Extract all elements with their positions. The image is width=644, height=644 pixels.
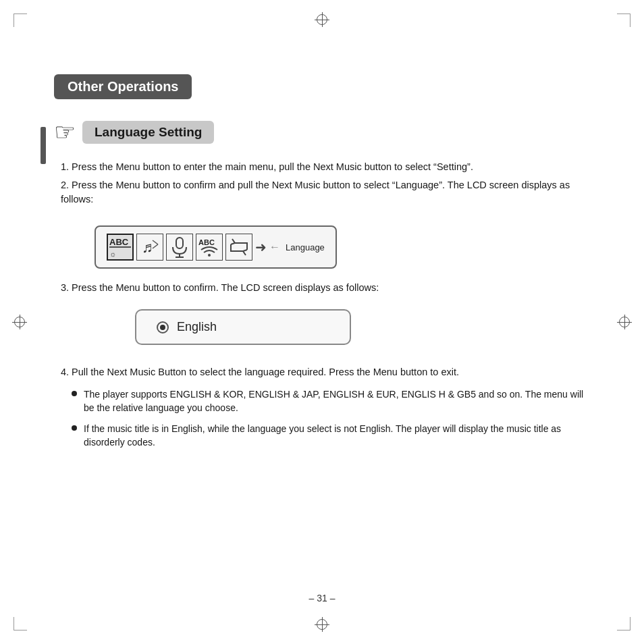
lcd-arrow-right: ➜ <box>255 239 267 255</box>
svg-text:ABC: ABC <box>198 238 215 246</box>
svg-text:♬: ♬ <box>142 239 153 256</box>
subsection-row: ☞ Language Setting <box>54 118 590 146</box>
subsection-header: Language Setting <box>82 121 214 144</box>
abc-selected-svg: ABC ☼ <box>108 235 132 259</box>
corner-mark-br <box>617 617 630 630</box>
crosshair-bottom <box>315 617 329 632</box>
abc-wifi-svg: ABC <box>197 235 221 259</box>
step1-text: 1. Press the Menu button to enter the ma… <box>61 160 590 174</box>
step4-block: 4. Pull the Next Music Button to select … <box>61 365 590 449</box>
crosshair-right <box>617 315 632 329</box>
svg-line-4 <box>153 240 158 244</box>
mic-svg <box>167 235 192 259</box>
svg-point-10 <box>208 254 211 257</box>
lcd-icons-display: ABC ☼ ♬ ABC <box>95 225 337 269</box>
svg-line-5 <box>153 244 158 248</box>
english-selection-box: English <box>135 309 351 345</box>
hand-icon: ☞ <box>54 118 76 146</box>
bullet-item-1: The player supports ENGLISH & KOR, ENGLI… <box>72 387 590 415</box>
svg-rect-6 <box>176 238 183 248</box>
svg-text:ABC: ABC <box>109 237 129 247</box>
lcd-icon-music: ♬ <box>136 234 163 261</box>
page-number: – 31 – <box>309 593 336 603</box>
radio-dot-inner <box>160 325 165 330</box>
step2-text: 2. Press the Menu button to confirm and … <box>61 178 590 207</box>
sidebar-accent-bar <box>41 127 46 164</box>
bullet-list: The player supports ENGLISH & KOR, ENGLI… <box>72 387 590 449</box>
bullet2-text: If the music title is in English, while … <box>84 422 590 450</box>
bullet1-text: The player supports ENGLISH & KOR, ENGLI… <box>84 387 590 415</box>
subsection-title: Language Setting <box>95 125 202 139</box>
corner-mark-bl <box>14 617 27 630</box>
section-header: Other Operations <box>54 74 192 99</box>
corner-mark-tr <box>617 14 630 27</box>
bullet-item-2: If the music title is in English, while … <box>72 422 590 450</box>
lcd-icon-repeat <box>225 234 252 261</box>
radio-button <box>157 321 169 333</box>
step3-text: 3. Press the Menu button to confirm. The… <box>61 282 590 293</box>
step4-title: 4. Pull the Next Music Button to select … <box>61 365 590 379</box>
english-label: English <box>177 320 217 334</box>
main-content: Other Operations ☞ Language Setting 1. P… <box>54 74 590 456</box>
lcd-arrow-left: ← <box>269 241 280 253</box>
section-title: Other Operations <box>68 79 178 94</box>
bullet-dot-1 <box>72 391 77 396</box>
corner-mark-tl <box>14 14 27 27</box>
lcd-icon-abc-wifi: ABC <box>196 234 223 261</box>
instructions-block: 1. Press the Menu button to enter the ma… <box>61 160 590 207</box>
bullet-dot-2 <box>72 425 77 431</box>
lcd-icon-abc-selected: ABC ☼ <box>107 234 134 261</box>
music-svg: ♬ <box>138 235 162 259</box>
repeat-svg <box>227 235 251 259</box>
lcd-language-label: Language <box>286 242 325 252</box>
lcd-icon-mic <box>166 234 193 261</box>
svg-text:☼: ☼ <box>109 250 116 258</box>
crosshair-top <box>315 12 329 27</box>
crosshair-left <box>12 315 27 329</box>
